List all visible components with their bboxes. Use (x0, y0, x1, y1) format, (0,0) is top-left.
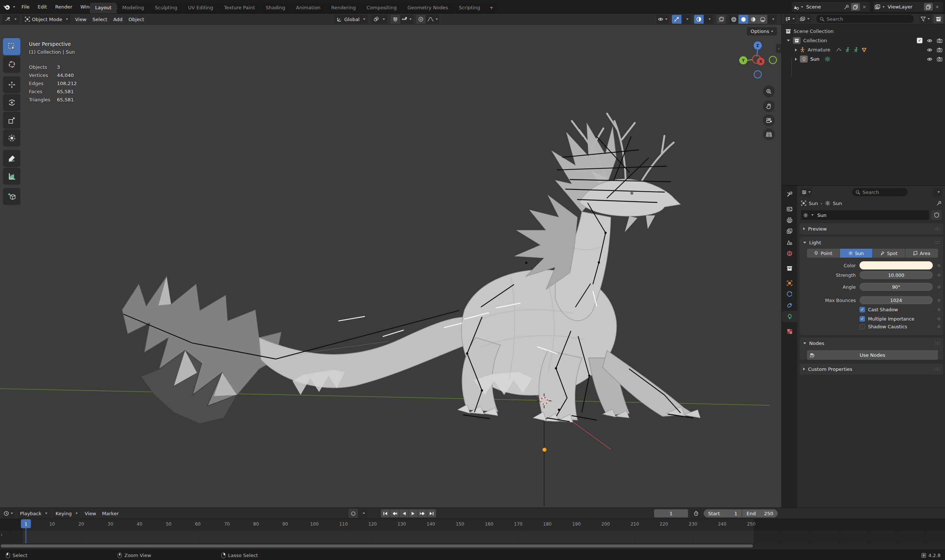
visibility-dropdown[interactable] (656, 15, 669, 24)
disable-render-icon[interactable] (937, 38, 942, 43)
pin-scene-icon[interactable] (842, 3, 851, 11)
tool-cursor[interactable] (3, 56, 20, 73)
animate-decorator[interactable] (937, 308, 940, 311)
animate-decorator[interactable] (937, 318, 940, 320)
menu-select[interactable]: Select (91, 17, 109, 22)
outliner-display-mode-selector[interactable] (784, 14, 796, 23)
tab-scene[interactable] (782, 237, 797, 248)
tool-move[interactable] (3, 76, 20, 93)
animate-decorator[interactable] (937, 299, 940, 302)
outliner-filter-id-selector[interactable] (799, 14, 811, 23)
timeline-expand-arrow[interactable]: › (1, 532, 3, 537)
menu-edit[interactable]: Edit (34, 3, 50, 11)
tab-constraints[interactable] (782, 300, 797, 311)
menu-render[interactable]: Render (52, 3, 75, 11)
menu-file[interactable]: File (18, 3, 33, 11)
playhead-line[interactable] (26, 528, 26, 543)
breadcrumb-object[interactable]: Sun (809, 201, 818, 206)
hide-eye-icon[interactable] (927, 38, 933, 43)
prev-keyframe-button[interactable] (390, 509, 399, 517)
panel-nodes-header[interactable]: Nodes∷∷ (800, 338, 943, 349)
snap-target-selector[interactable] (400, 15, 413, 24)
gizmo-dropdown[interactable] (682, 15, 691, 24)
sidebar-collapse-arrow[interactable]: ‹ (776, 44, 781, 53)
xray-toggle[interactable] (716, 15, 726, 24)
light-angle-field[interactable]: 90° (859, 283, 933, 291)
zoom-view-button[interactable] (763, 86, 775, 97)
current-frame-field[interactable]: 1 (654, 509, 688, 517)
tab-tool[interactable] (782, 189, 797, 200)
light-type-spot[interactable]: Spot (873, 249, 905, 258)
viewlayer-selector[interactable]: ViewLayer ✕ (873, 2, 943, 12)
tab-modeling[interactable]: Modeling (117, 3, 149, 13)
panel-preview-header[interactable]: Preview∷∷ (800, 223, 943, 234)
light-type-sun[interactable]: Sun (840, 249, 873, 258)
properties-search-input[interactable]: Search (852, 188, 908, 196)
menu-add[interactable]: Add (112, 17, 124, 22)
tab-sculpting[interactable]: Sculpting (149, 3, 183, 13)
overlays-dropdown[interactable] (704, 15, 713, 24)
proportional-falloff-selector[interactable] (426, 15, 439, 24)
use-preview-range-toggle[interactable] (691, 509, 701, 518)
frame-end-field[interactable]: End250 (742, 509, 778, 517)
expand-arrow-icon[interactable] (787, 40, 790, 42)
outliner-row-sun[interactable]: Sun (782, 54, 945, 64)
tool-add-cube[interactable] (3, 188, 20, 205)
animate-decorator[interactable] (937, 264, 940, 267)
dragon-model[interactable] (122, 114, 700, 424)
play-reverse-button[interactable] (399, 509, 408, 517)
light-name-field[interactable]: Sun (801, 210, 929, 220)
navigation-gizmo[interactable]: X Z Y (739, 38, 779, 149)
disable-render-icon[interactable] (937, 57, 942, 62)
tab-world[interactable] (782, 248, 797, 259)
jump-to-end-button[interactable] (427, 509, 436, 517)
outliner-search-input[interactable]: Search (816, 15, 914, 23)
pin-id-icon[interactable] (936, 201, 942, 206)
pan-view-button[interactable] (763, 100, 775, 112)
shading-dropdown[interactable] (767, 15, 777, 24)
new-viewlayer-button[interactable] (924, 3, 933, 11)
tab-texture-paint[interactable]: Texture Paint (219, 3, 260, 13)
auto-keying-toggle[interactable] (348, 509, 358, 518)
tab-geometry-nodes[interactable]: Geometry Nodes (402, 3, 453, 13)
animate-decorator[interactable] (937, 274, 940, 277)
tool-annotate[interactable] (3, 150, 20, 167)
menu-keying[interactable]: Keying (53, 509, 80, 518)
tab-layout[interactable]: Layout (90, 3, 117, 13)
tool-scale[interactable] (3, 112, 20, 129)
frame-start-field[interactable]: Start1 (704, 509, 742, 517)
play-button[interactable] (409, 509, 417, 517)
gizmo-y-neg-axis[interactable] (769, 56, 777, 64)
scene-selector[interactable]: Scene ✕ (792, 2, 870, 12)
transform-orientation-selector[interactable]: Global (334, 15, 368, 24)
tab-texture[interactable] (782, 326, 797, 337)
properties-options-dropdown[interactable] (933, 188, 942, 197)
menu-object[interactable]: Object (127, 17, 145, 22)
light-color-swatch[interactable] (859, 261, 933, 269)
collapse-arrow-icon[interactable] (795, 58, 797, 61)
tab-light-data[interactable] (782, 311, 797, 322)
tab-object[interactable] (782, 278, 797, 289)
menu-marker[interactable]: Marker (101, 511, 120, 516)
multiple-importance-checkbox[interactable]: ✓ (859, 316, 865, 322)
animate-decorator[interactable] (937, 325, 940, 328)
pivot-point-selector[interactable] (371, 15, 388, 24)
disable-render-icon[interactable] (937, 48, 942, 52)
collection-checkbox[interactable]: ✓ (917, 38, 922, 43)
tab-animation[interactable]: Animation (291, 3, 326, 13)
tool-rotate[interactable] (3, 94, 20, 111)
use-nodes-button[interactable]: Use Nodes (807, 350, 938, 360)
gizmo-z-neg-axis[interactable] (754, 71, 762, 78)
hide-eye-icon[interactable] (927, 57, 933, 62)
menu-view[interactable]: View (83, 511, 98, 516)
tool-select-box[interactable] (3, 38, 20, 55)
tab-uv-editing[interactable]: UV Editing (183, 3, 219, 13)
shadow-caustics-checkbox[interactable] (859, 324, 865, 329)
timeline-scrollbar[interactable] (1, 545, 753, 548)
shading-material-button[interactable] (748, 15, 758, 24)
tab-render[interactable] (782, 203, 797, 215)
tab-scripting[interactable]: Scripting (453, 3, 485, 13)
new-scene-button[interactable] (851, 3, 860, 11)
auto-keying-dropdown[interactable] (358, 509, 368, 518)
timeline-editor-type-button[interactable] (2, 509, 14, 518)
